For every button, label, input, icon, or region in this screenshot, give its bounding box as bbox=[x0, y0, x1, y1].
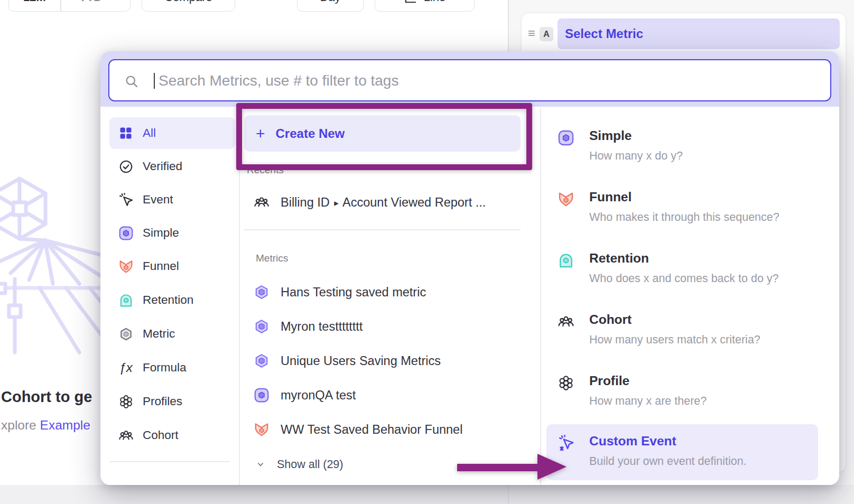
sidebar-item-partial[interactable]: T bbox=[109, 474, 235, 485]
sidebar-item-label: Event bbox=[143, 193, 173, 207]
type-description: Who does x and comes back to do y? bbox=[589, 272, 779, 285]
sidebar-item-label: Formula bbox=[143, 361, 187, 375]
sidebar-item-label: Retention bbox=[143, 293, 193, 307]
metric-picker-dialog: All Verified Event Simple Funnel Retenti bbox=[100, 51, 839, 485]
sidebar-item-formula[interactable]: ƒx Formula bbox=[109, 352, 235, 384]
chevron-down-icon bbox=[256, 460, 265, 469]
sidebar-item-all[interactable]: All bbox=[109, 117, 235, 149]
custom-event-cursor-icon bbox=[558, 435, 574, 452]
sidebar-item-label: Metric bbox=[143, 327, 175, 341]
metric-item-label: Hans Testing saved metric bbox=[281, 285, 426, 300]
range-ytd-button[interactable]: YTD bbox=[61, 0, 131, 11]
chart-type-line-button[interactable]: Line bbox=[375, 0, 475, 12]
type-row-cohort[interactable]: Cohort How many users match x criteria? bbox=[546, 306, 818, 357]
types-divider bbox=[540, 108, 541, 485]
metric-list-item[interactable]: Myron testttttttt bbox=[254, 316, 363, 337]
recents-metrics-divider bbox=[244, 229, 521, 230]
recent-cohort-name: Billing ID bbox=[281, 195, 330, 209]
create-new-label: Create New bbox=[276, 126, 345, 141]
sidebar-item-event[interactable]: Event bbox=[109, 184, 235, 216]
sidebar-item-retention[interactable]: Retention bbox=[109, 284, 235, 316]
sidebar-item-label: All bbox=[143, 126, 156, 140]
type-description: Who makes it through this sequence? bbox=[589, 211, 779, 224]
select-metric-dropdown[interactable]: Select Metric bbox=[558, 18, 840, 49]
type-title: Cohort bbox=[589, 312, 632, 327]
sidebar-item-label: Cohort bbox=[143, 428, 179, 442]
recents-heading: Recents bbox=[247, 164, 284, 176]
date-range-segmented-control[interactable]: 12M YTD bbox=[8, 0, 131, 12]
type-row-simple[interactable]: Simple How many x do y? bbox=[546, 122, 818, 173]
funnel-icon bbox=[254, 422, 270, 437]
series-a-label: A bbox=[543, 29, 550, 39]
funnel-icon bbox=[118, 258, 134, 274]
metric-item-label: myronQA test bbox=[281, 388, 356, 403]
metric-list-item[interactable]: Hans Testing saved metric bbox=[254, 282, 426, 303]
compare-button[interactable]: Compare bbox=[142, 0, 235, 12]
recent-item[interactable]: Billing ID ▸ Account Viewed Report ... bbox=[254, 192, 486, 213]
type-row-profile[interactable]: Profile How many x are there? bbox=[546, 367, 818, 418]
metric-list-item[interactable]: WW Test Saved Behavior Funnel bbox=[254, 419, 462, 440]
breadcrumb-arrow-icon: ▸ bbox=[334, 198, 339, 208]
metric-list-item[interactable]: Unique Users Saving Metrics bbox=[254, 350, 441, 371]
sidebar-item-cohort[interactable]: Cohort bbox=[109, 419, 235, 451]
funnel-icon bbox=[558, 191, 574, 208]
sidebar-item-verified[interactable]: Verified bbox=[109, 151, 235, 182]
type-description: Build your own event definition. bbox=[589, 455, 747, 468]
example-link[interactable]: Example bbox=[40, 418, 90, 432]
granularity-day-button[interactable]: Day bbox=[297, 0, 364, 12]
empty-state-subtext: xplore Example bbox=[1, 418, 99, 433]
sidebar-item-profiles[interactable]: Profiles bbox=[109, 386, 235, 417]
day-label: Day bbox=[320, 0, 340, 4]
plus-icon: + bbox=[256, 126, 265, 142]
recent-item-label: Billing ID ▸ Account Viewed Report ... bbox=[281, 195, 486, 210]
saved-metric-hexagon-icon bbox=[254, 284, 270, 300]
type-row-retention[interactable]: Retention Who does x and comes back to d… bbox=[546, 245, 818, 295]
saved-metric-hexagon-icon bbox=[254, 319, 270, 334]
range-12m-label: 12M bbox=[23, 0, 46, 4]
line-label: Line bbox=[424, 0, 446, 4]
retention-icon bbox=[558, 252, 574, 269]
line-chart-icon bbox=[404, 0, 417, 4]
wireframe-illustration bbox=[0, 175, 100, 355]
grid-icon bbox=[118, 125, 134, 141]
search-input[interactable] bbox=[157, 60, 794, 101]
empty-state-heading: Cohort to ge bbox=[1, 388, 92, 406]
recent-event-name: Account Viewed Report ... bbox=[342, 195, 486, 209]
type-title: Funnel bbox=[589, 190, 632, 204]
type-description: How many x are there? bbox=[589, 395, 707, 408]
sidebar-item-label: Simple bbox=[143, 226, 179, 240]
type-description: How many users match x criteria? bbox=[589, 333, 760, 347]
sidebar-item-simple[interactable]: Simple bbox=[109, 217, 235, 249]
search-box bbox=[108, 59, 831, 101]
metric-hexagon-icon bbox=[118, 326, 134, 342]
simple-metric-icon bbox=[118, 225, 134, 241]
metrics-heading: Metrics bbox=[256, 253, 288, 264]
app-screen: 12M YTD Compare Day Line bbox=[0, 0, 854, 504]
profiles-flower-icon bbox=[558, 375, 574, 391]
simple-metric-icon bbox=[254, 387, 270, 403]
type-row-custom-event[interactable]: Custom Event Build your own event defini… bbox=[546, 424, 818, 480]
compare-label: Compare bbox=[164, 0, 212, 4]
metric-item-label: Myron testttttttt bbox=[281, 320, 363, 334]
type-row-funnel[interactable]: Funnel Who makes it through this sequenc… bbox=[546, 183, 818, 234]
metric-item-label: WW Test Saved Behavior Funnel bbox=[281, 423, 462, 437]
show-all-toggle[interactable]: Show all (29) bbox=[256, 454, 343, 475]
search-icon bbox=[124, 74, 139, 89]
show-all-label: Show all (29) bbox=[277, 458, 343, 471]
drag-handle-icon[interactable]: ≡ bbox=[528, 26, 535, 41]
sidebar-item-label: Funnel bbox=[143, 259, 179, 273]
create-new-button[interactable]: + Create New bbox=[244, 115, 521, 152]
sidebar-item-label: Profiles bbox=[143, 395, 182, 408]
profiles-flower-icon bbox=[118, 394, 134, 409]
sidebar-item-metric[interactable]: Metric bbox=[109, 318, 235, 350]
subtext-fragment: xplore bbox=[1, 418, 40, 432]
cohort-people-icon bbox=[558, 313, 574, 330]
sidebar-item-funnel[interactable]: Funnel bbox=[109, 250, 235, 282]
formula-icon: ƒx bbox=[118, 360, 134, 376]
range-12m-button[interactable]: 12M bbox=[9, 0, 60, 11]
sidebar-item-label: T bbox=[143, 483, 150, 485]
metric-list-item[interactable]: myronQA test bbox=[254, 385, 356, 406]
type-title: Custom Event bbox=[589, 434, 676, 449]
type-description: How many x do y? bbox=[589, 150, 683, 163]
event-cursor-icon bbox=[118, 192, 134, 208]
